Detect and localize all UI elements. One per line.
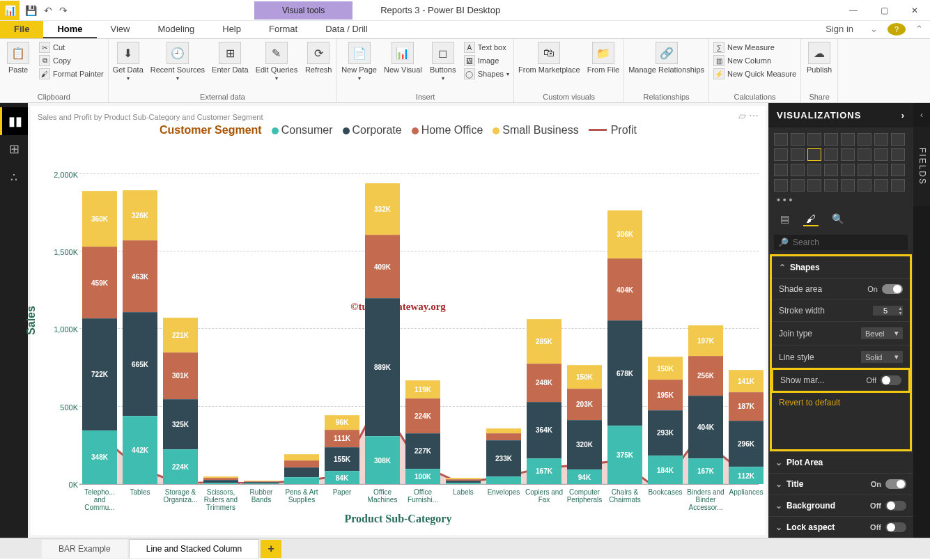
lock-aspect-toggle[interactable] [885, 522, 906, 532]
viz-type-icon[interactable] [824, 179, 838, 192]
help-icon[interactable]: ? [888, 23, 906, 36]
maximize-icon[interactable]: ▢ [869, 0, 899, 21]
viz-type-icon[interactable] [824, 164, 838, 176]
viz-type-icon[interactable] [841, 148, 855, 161]
expand-fields-icon[interactable]: ‹ [913, 103, 930, 127]
fields-tab-icon[interactable]: ▤ [777, 212, 792, 226]
viz-type-icon[interactable] [807, 133, 821, 146]
model-view-icon[interactable]: ⛬ [0, 163, 28, 191]
get-data-button[interactable]: ⬇Get Data▾ [113, 42, 144, 81]
manage-relationships-button[interactable]: 🔗Manage Relationships [628, 42, 704, 74]
cut-button[interactable]: ✂Cut [39, 42, 104, 53]
report-view-icon[interactable]: ▮▮ [0, 107, 28, 135]
tab-datadrill[interactable]: Data / Drill [311, 21, 382, 38]
format-search[interactable]: 🔎 [774, 235, 908, 250]
title-header[interactable]: ⌄Title On [768, 473, 913, 495]
tab-format[interactable]: Format [255, 21, 311, 38]
revert-to-default-link[interactable]: Revert to default [772, 392, 910, 413]
recent-sources-button[interactable]: 🕘Recent Sources▾ [150, 42, 205, 81]
shapes-header[interactable]: ⌃Shapes [772, 256, 910, 278]
viz-type-icon[interactable] [874, 133, 888, 146]
new-quick-measure-button[interactable]: ⚡New Quick Measure [713, 68, 796, 79]
sheet-tab-bar-example[interactable]: BAR Example [42, 540, 127, 558]
collapse-icon[interactable]: › [901, 110, 905, 120]
viz-type-icon[interactable] [791, 164, 805, 176]
viz-more-icon[interactable]: • • • [774, 194, 905, 205]
show-marker-toggle[interactable] [881, 375, 901, 385]
viz-type-icon[interactable] [774, 133, 788, 146]
plot-area-header[interactable]: ⌄Plot Area [768, 451, 913, 473]
new-visual-button[interactable]: 📊New Visual [384, 42, 422, 74]
tab-help[interactable]: Help [208, 21, 255, 38]
new-page-button[interactable]: 📄New Page▾ [341, 42, 377, 81]
viz-type-icon[interactable] [858, 179, 871, 192]
sheet-tab-line-stacked[interactable]: Line and Stacked Column [129, 539, 259, 558]
sign-in-dropdown-icon[interactable]: ⌄ [863, 21, 885, 38]
close-icon[interactable]: ✕ [899, 0, 930, 21]
viz-type-icon[interactable] [891, 133, 905, 146]
shapes-button[interactable]: ◯Shapes▾ [464, 68, 509, 79]
viz-type-icon[interactable] [891, 164, 905, 176]
new-measure-button[interactable]: ∑New Measure [713, 42, 796, 53]
viz-type-icon[interactable] [841, 164, 855, 176]
refresh-button[interactable]: ⟳Refresh [304, 42, 332, 74]
viz-type-icon[interactable] [874, 164, 888, 176]
visualizations-header[interactable]: VISUALIZATIONS› [768, 103, 913, 127]
viz-type-icon[interactable] [874, 179, 888, 192]
image-button[interactable]: 🖼Image [464, 55, 509, 66]
minimize-icon[interactable]: — [838, 0, 869, 21]
viz-type-icon[interactable] [791, 148, 805, 161]
viz-type-icon[interactable] [858, 164, 871, 176]
tab-home[interactable]: Home [43, 21, 96, 38]
viz-type-icon[interactable] [891, 148, 905, 161]
edit-queries-button[interactable]: ✎Edit Queries▾ [256, 42, 298, 81]
paste-button[interactable]: 📋Paste [4, 42, 32, 74]
viz-type-icon[interactable] [858, 148, 871, 161]
buttons-button[interactable]: ◻Buttons▾ [429, 42, 457, 81]
copy-button[interactable]: ⧉Copy [39, 55, 104, 66]
viz-type-icon[interactable] [874, 148, 888, 161]
textbox-button[interactable]: AText box [464, 42, 509, 53]
add-sheet-button[interactable]: + [261, 540, 281, 558]
tab-modeling[interactable]: Modeling [144, 21, 208, 38]
data-view-icon[interactable]: ⊞ [0, 135, 28, 163]
background-header[interactable]: ⌄Background Off [768, 495, 913, 516]
tab-file[interactable]: File [0, 21, 43, 38]
enter-data-button[interactable]: ⊞Enter Data [212, 42, 249, 74]
viz-type-icon[interactable] [841, 133, 855, 146]
tab-view[interactable]: View [97, 21, 144, 38]
sign-in-link[interactable]: Sign in [816, 21, 863, 38]
line-style-dropdown[interactable]: Solid▾ [861, 351, 903, 363]
new-column-button[interactable]: ▥New Column [713, 55, 796, 66]
format-tab-icon[interactable]: 🖌 [803, 212, 819, 226]
join-type-dropdown[interactable]: Bevel▾ [861, 327, 903, 339]
from-marketplace-button[interactable]: 🛍From Marketplace [518, 42, 580, 74]
viz-type-icon[interactable] [791, 179, 805, 192]
background-toggle[interactable] [885, 501, 906, 511]
lock-aspect-header[interactable]: ⌄Lock aspect Off [768, 516, 913, 538]
viz-type-icon[interactable] [807, 148, 821, 161]
undo-icon[interactable]: ↶ [44, 5, 52, 16]
viz-type-icon[interactable] [774, 164, 788, 176]
shade-area-toggle[interactable] [882, 284, 903, 294]
format-painter-button[interactable]: 🖌Format Painter [39, 68, 104, 79]
chart-visual[interactable]: ▱⋯ Sales and Profit by Product Sub-Categ… [31, 106, 766, 535]
viz-type-icon[interactable] [807, 179, 821, 192]
collapse-ribbon-icon[interactable]: ⌃ [908, 21, 930, 38]
stroke-width-input[interactable]: ▲▼ [873, 306, 903, 316]
viz-type-icon[interactable] [841, 179, 855, 192]
search-input[interactable] [793, 238, 904, 247]
viz-type-icon[interactable] [858, 133, 871, 146]
title-toggle[interactable] [885, 479, 906, 489]
visual-options-icon[interactable]: ⋯ [749, 110, 759, 121]
viz-type-icon[interactable] [824, 133, 838, 146]
from-file-button[interactable]: 📁From File [587, 42, 619, 74]
save-icon[interactable]: 💾 [25, 5, 37, 16]
viz-type-icon[interactable] [791, 133, 805, 146]
viz-type-icon[interactable] [807, 164, 821, 176]
viz-type-icon[interactable] [824, 148, 838, 161]
viz-type-icon[interactable] [774, 179, 788, 192]
viz-type-icon[interactable] [774, 148, 788, 161]
redo-icon[interactable]: ↷ [59, 5, 68, 16]
analytics-tab-icon[interactable]: 🔍 [830, 212, 845, 226]
